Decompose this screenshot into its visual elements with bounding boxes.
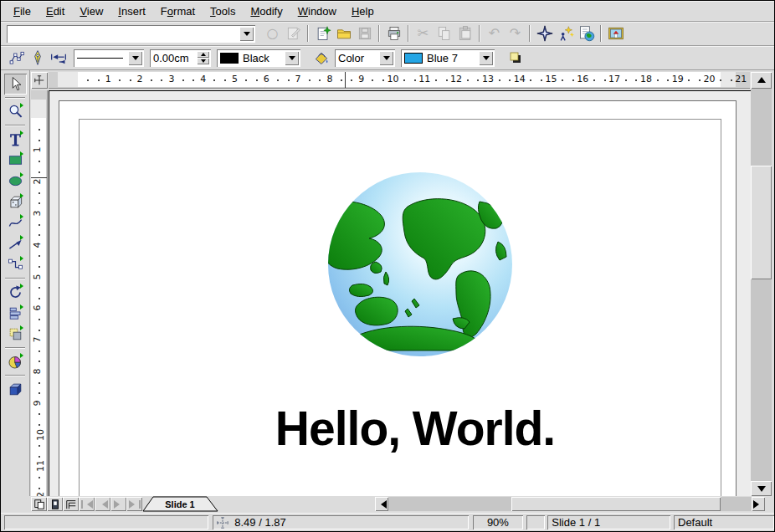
connector-tool[interactable] [4,254,27,275]
vertical-scrollbar[interactable] [751,72,772,496]
chevron-down-icon [757,486,766,496]
menu-view[interactable]: View [72,3,110,20]
pen-style-icon[interactable] [27,48,48,68]
insert-tool[interactable] [4,351,27,372]
function-toolbar: ○✂↶↷ [1,22,774,46]
ruler-tick-label: 16 [577,74,588,84]
status-zoom[interactable]: 90% [473,515,523,529]
menu-file[interactable]: File [6,3,38,20]
load-url-dropdown-button[interactable] [239,27,254,41]
menu-insert[interactable]: Insert [110,3,153,20]
lines-arrows-tool[interactable] [4,233,27,254]
slide-title-text[interactable]: Hello, World. [164,401,666,456]
menu-format[interactable]: Format [153,3,203,20]
edit-file-icon [283,23,304,43]
fill-color-select[interactable]: Blue 7 [401,49,495,67]
hscroll-left-button[interactable] [375,497,388,511]
chevron-down-icon [132,56,139,64]
copy-icon [434,23,454,43]
text-tool[interactable] [4,129,27,150]
arrow-ends-icon[interactable] [48,48,69,68]
shadow-icon[interactable] [505,48,526,68]
menu-window[interactable]: Window [290,3,344,20]
zoom-icon[interactable] [555,23,576,43]
drawing-view-button[interactable] [31,497,47,511]
ellipse-tool[interactable] [4,171,27,192]
navigator-icon[interactable] [534,23,555,43]
fill-style-select[interactable]: Color [335,49,395,67]
load-url-combobox[interactable] [7,25,255,43]
ruler-tick-label: 7 [32,337,43,343]
hscroll-right-button[interactable] [752,497,765,511]
spinner-down-button[interactable] [197,58,209,64]
open-document-icon[interactable] [333,23,354,43]
notes-view-button[interactable] [47,497,63,511]
ruler-tick-label: 6 [264,74,269,84]
effects-3d-tool[interactable] [4,379,27,400]
next-slide-button [110,497,126,511]
line-width-spinner[interactable] [197,51,209,64]
stop-loading-icon: ○ [262,23,283,43]
fill-color-dropdown-button[interactable] [479,51,493,65]
menu-modify[interactable]: Modify [243,3,290,20]
zoom-tool[interactable] [4,101,27,122]
position-crosshair-icon [217,517,228,529]
flyout-arrow-icon [20,256,26,261]
objects-3d-tool[interactable] [4,192,27,212]
ruler-tick-label: 18 [640,74,652,84]
ruler-tick-label: 6 [32,305,43,311]
curve-tool[interactable] [4,212,27,233]
vertical-scrollbar-thumb[interactable] [751,166,772,279]
status-layout-name[interactable]: Default [674,515,774,529]
ruler-tick-label: 8 [32,368,43,374]
alignment-tool[interactable] [4,303,27,324]
scroll-up-button[interactable] [751,72,772,89]
spinner-up-button[interactable] [197,51,209,58]
print-icon[interactable] [383,23,404,43]
fill-color-swatch [404,53,423,64]
horizontal-ruler[interactable]: 123456789101112131415161718192021 [49,72,750,89]
menu-bar: FileEditViewInsertFormatToolsModifyWindo… [1,1,774,22]
line-color-dropdown-button[interactable] [285,51,299,65]
horizontal-scrollbar-thumb[interactable] [511,497,721,511]
status-object-info [4,515,208,529]
ruler-tick-label: 11 [418,74,430,84]
globe-graphic[interactable] [327,171,513,357]
ruler-tick-label: 3 [32,210,43,216]
line-style-dropdown-button[interactable] [128,51,142,65]
flyout-arrow-icon [20,130,26,136]
insert-picture-icon[interactable] [605,23,626,43]
ruler-tick-label: 13 [482,74,494,84]
gallery-icon[interactable] [576,23,597,43]
slide-tab-label: Slide 1 [165,499,194,509]
status-modified-flag [526,515,545,529]
new-document-icon[interactable] [312,23,333,43]
slide-canvas[interactable]: Hello, World. [49,90,751,496]
area-style-icon[interactable] [311,48,331,68]
chevron-down-icon [383,56,390,64]
menu-tools[interactable]: Tools [203,3,243,20]
select-tool[interactable] [4,74,27,95]
menu-edit[interactable]: Edit [38,3,72,20]
edit-points-icon[interactable] [6,48,27,68]
line-color-select[interactable]: Black [217,49,300,67]
rotate-tool[interactable] [4,282,27,303]
arrange-tool[interactable] [4,324,27,345]
flyout-arrow-icon [20,353,26,358]
ruler-tick-label: 4 [200,74,206,84]
ruler-tick-label: 15 [546,74,557,84]
rectangle-tool[interactable] [4,150,27,171]
slide-tab[interactable]: Slide 1 [142,496,219,512]
scroll-down-button[interactable] [751,481,772,496]
line-style-select[interactable] [74,49,144,67]
vertical-ruler[interactable]: 123456789101112 [31,90,48,496]
first-slide-button [79,497,95,511]
menu-help[interactable]: Help [344,3,382,20]
paste-icon [454,23,475,43]
flyout-arrow-icon [20,304,26,309]
horizontal-scrollbar[interactable] [388,497,752,511]
handout-view-button[interactable] [63,497,79,511]
fill-style-dropdown-button[interactable] [379,51,393,65]
ruler-origin-button[interactable] [31,72,48,89]
line-width-field[interactable]: 0.00cm [150,49,211,67]
